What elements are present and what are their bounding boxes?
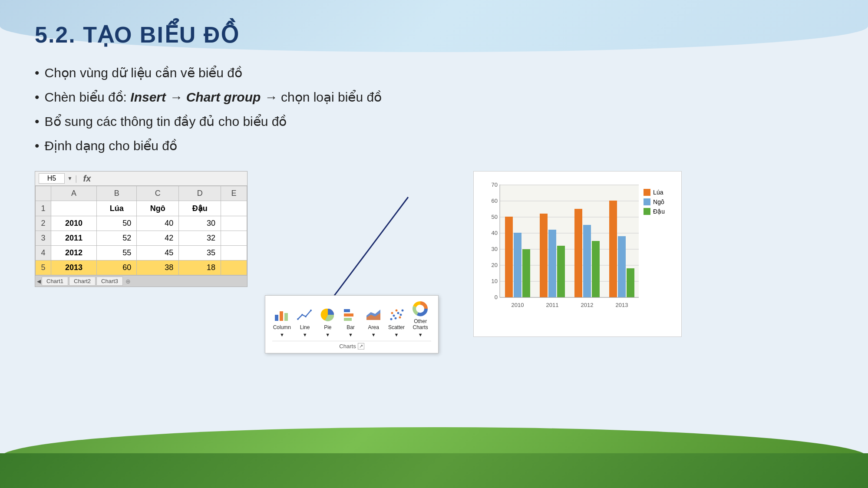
header-b: B — [97, 186, 137, 201]
formula-bar: H5 ▼ | fx — [35, 171, 247, 186]
row-num-4: 4 — [36, 246, 51, 260]
header-c: C — [137, 186, 179, 201]
bar-2010-dau — [522, 249, 530, 297]
bar-2012-dau — [592, 241, 600, 297]
spreadsheet[interactable]: H5 ▼ | fx A B C D E — [35, 171, 248, 287]
bullet-2-text: Chèn biểu đồ: Insert → Chart group → chọ… — [45, 89, 382, 105]
charts-label-text: Charts — [339, 343, 356, 350]
svg-point-23 — [399, 317, 401, 319]
header-e: E — [221, 186, 247, 201]
bar-sub: ▼ — [348, 332, 353, 337]
bar-2012-lua — [574, 209, 582, 297]
charts-expand-icon[interactable]: ↗ — [358, 343, 364, 350]
dropdown-arrow-icon: ▼ — [67, 175, 73, 181]
svg-text:10: 10 — [492, 278, 498, 284]
svg-text:30: 30 — [492, 246, 498, 252]
cell-5c: 38 — [137, 260, 179, 275]
tab-chart1[interactable]: Chart1 — [42, 277, 68, 286]
chart-icon-other[interactable]: OtherCharts ▼ — [409, 301, 431, 337]
table-row: 5 2013 60 38 18 — [36, 260, 247, 275]
header-a: A — [51, 186, 97, 201]
svg-rect-12 — [344, 318, 352, 321]
sheet-tabs[interactable]: ◀ Chart1 Chart2 Chart3 ⊕ — [35, 275, 247, 287]
column-sub: ▼ — [280, 332, 284, 337]
bullet-1: Chọn vùng dữ liệu cần vẽ biểu đồ — [35, 65, 833, 81]
legend-color-lua — [644, 189, 650, 196]
cell-2a: 2010 — [51, 216, 97, 231]
area-sub: ▼ — [371, 332, 376, 337]
page-title: 5.2. TẠO BIỂU ĐỒ — [35, 22, 833, 48]
svg-point-6 — [301, 314, 303, 316]
area-chart-icon — [365, 307, 382, 323]
line-label: Line — [300, 324, 310, 330]
pie-sub: ▼ — [325, 332, 330, 337]
cell-5a: 2013 — [51, 260, 97, 275]
chart-toolbar[interactable]: Column ▼ Line ▼ — [265, 295, 439, 353]
svg-point-21 — [391, 312, 393, 314]
chart-icon-area[interactable]: Area ▼ — [364, 307, 383, 337]
svg-text:40: 40 — [492, 230, 498, 236]
bar-chart-svg: 0 10 20 30 40 50 — [482, 180, 647, 315]
other-label: OtherCharts — [413, 318, 428, 330]
table-row: 2 2010 50 40 30 — [36, 216, 247, 231]
chart-icon-scatter[interactable]: Scatter ▼ — [387, 307, 406, 337]
svg-point-5 — [297, 318, 299, 320]
legend-color-dau — [644, 208, 650, 215]
legend-ngo: Ngô — [644, 198, 665, 205]
row-num-2: 2 — [36, 216, 51, 231]
column-chart-icon — [273, 307, 290, 323]
line-chart-icon — [296, 307, 314, 323]
svg-point-22 — [395, 310, 397, 312]
chart-icon-column[interactable]: Column ▼ — [272, 307, 292, 337]
svg-text:2013: 2013 — [616, 302, 628, 308]
pie-label: Pie — [324, 324, 331, 330]
scatter-chart-icon — [388, 307, 405, 323]
cell-1c: Ngô — [137, 201, 179, 216]
svg-rect-10 — [344, 309, 350, 312]
legend-dau: Đậu — [644, 208, 665, 215]
svg-rect-11 — [344, 313, 353, 317]
bar-2013-dau — [627, 268, 634, 297]
bar-2010-ngo — [514, 233, 521, 297]
cell-3b: 52 — [97, 231, 137, 246]
row-num-5: 5 — [36, 260, 51, 275]
cell-2e — [221, 216, 247, 231]
tab-chart2[interactable]: Chart2 — [69, 277, 96, 286]
svg-point-20 — [401, 310, 403, 312]
bullet-1-text: Chọn vùng dữ liệu cần vẽ biểu đồ — [45, 65, 243, 80]
svg-point-18 — [397, 312, 399, 314]
row-num-1: 1 — [36, 201, 51, 216]
svg-point-15 — [390, 318, 392, 320]
svg-point-19 — [399, 314, 402, 316]
cell-5b: 60 — [97, 260, 137, 275]
cell-reference: H5 — [39, 173, 65, 184]
bullet-list: Chọn vùng dữ liệu cần vẽ biểu đồ Chèn bi… — [35, 65, 833, 154]
table-row: 4 2012 55 45 35 — [36, 246, 247, 260]
legend-lua: Lúa — [644, 189, 665, 196]
bar-2012-ngo — [583, 225, 591, 297]
cell-4e — [221, 246, 247, 260]
cell-1d: Đậu — [179, 201, 221, 216]
cell-5e — [221, 260, 247, 275]
bar-2013-ngo — [618, 236, 626, 297]
svg-text:2010: 2010 — [512, 302, 524, 308]
tab-add-icon[interactable]: ⊕ — [125, 278, 131, 285]
tab-chart3[interactable]: Chart3 — [96, 277, 123, 286]
tab-prev-icon[interactable]: ◀ — [37, 278, 41, 284]
bar-chart-container: 0 10 20 30 40 50 — [482, 180, 665, 328]
svg-text:60: 60 — [492, 198, 498, 204]
sheet-table: A B C D E 1 Lúa Ngô Đậu — [35, 186, 247, 275]
svg-point-8 — [310, 310, 312, 311]
chart-icon-bar[interactable]: Bar ▼ — [341, 307, 360, 337]
bullet-2: Chèn biểu đồ: Insert → Chart group → chọ… — [35, 89, 833, 105]
bar-chart-wrapper: 0 10 20 30 40 50 — [473, 171, 682, 337]
svg-point-16 — [393, 315, 395, 317]
chart-icon-pie[interactable]: Pie ▼ — [318, 307, 337, 337]
bar-2013-lua — [609, 201, 617, 297]
bg-bottom-wave2 — [0, 453, 868, 488]
cell-3d: 32 — [179, 231, 221, 246]
table-row: 1 Lúa Ngô Đậu — [36, 201, 247, 216]
svg-rect-3 — [280, 311, 283, 321]
svg-rect-4 — [284, 313, 288, 321]
chart-icon-line[interactable]: Line ▼ — [295, 307, 315, 337]
